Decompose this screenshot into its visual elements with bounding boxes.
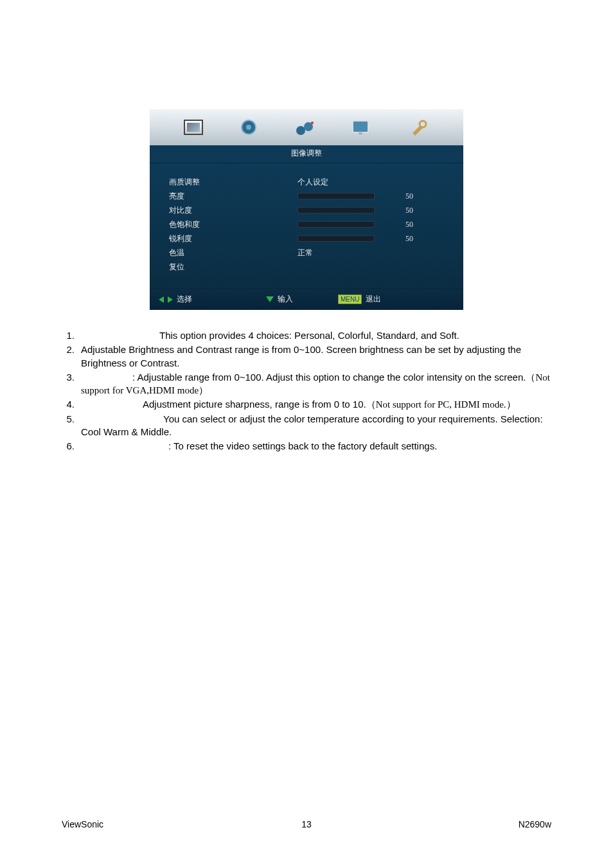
tab-setup-icon[interactable]: [294, 116, 316, 138]
sharpness-value: 50: [405, 234, 413, 244]
osd-panel: 图像调整 画质调整 亮度 对比度 色饱和度 锐利度 色温 复位 个人设定 50 …: [150, 109, 463, 310]
tab-screen-icon[interactable]: [351, 116, 373, 138]
svg-rect-6: [359, 132, 362, 134]
description-list: 1. This option provides 4 choices: Perso…: [62, 329, 551, 453]
brightness-slider[interactable]: [298, 193, 375, 199]
list-text-6: : To reset the video settings back to th…: [81, 440, 551, 453]
list-number: 2.: [62, 343, 81, 370]
svg-point-1: [246, 125, 251, 130]
menu-badge: MENU: [338, 294, 362, 304]
tab-audio-icon[interactable]: [238, 116, 260, 138]
osd-label-saturation[interactable]: 色饱和度: [169, 217, 298, 231]
list-number: 4.: [62, 398, 81, 411]
footer-enter: 输入: [266, 294, 293, 305]
osd-label-contrast[interactable]: 对比度: [169, 203, 298, 217]
list-number: 5.: [62, 413, 81, 439]
osd-title: 图像调整: [150, 145, 463, 163]
arrow-down-icon: [266, 296, 274, 302]
footer-exit: MENU 退出: [338, 294, 381, 305]
saturation-value: 50: [405, 220, 413, 230]
list-text-4: Adjustment picture sharpness, range is f…: [81, 398, 551, 411]
tab-picture-icon[interactable]: [184, 120, 203, 135]
svg-rect-5: [353, 121, 368, 132]
page-number: 13: [62, 819, 551, 829]
list-number: 1.: [62, 329, 81, 342]
list-text-5: You can select or adjust the color tempe…: [81, 413, 551, 439]
arrow-right-icon: [168, 296, 173, 303]
svg-point-2: [296, 126, 305, 135]
list-text-3: : Adjustable range from 0~100. Adjust th…: [81, 371, 551, 397]
osd-label-reset[interactable]: 复位: [169, 260, 298, 274]
osd-value-picture-mode: 个人设定: [298, 175, 447, 189]
sharpness-slider[interactable]: [298, 235, 375, 242]
list-number: 3.: [62, 371, 81, 397]
osd-tab-bar: [150, 109, 463, 145]
svg-point-7: [420, 121, 426, 127]
list-text-2: Adjustable Brightness and Contrast range…: [81, 343, 551, 370]
arrow-left-icon: [159, 296, 164, 303]
osd-label-color-temp[interactable]: 色温: [169, 246, 298, 260]
brightness-value: 50: [405, 192, 413, 201]
tab-tools-icon[interactable]: [407, 116, 429, 138]
osd-label-brightness[interactable]: 亮度: [169, 189, 298, 203]
contrast-slider[interactable]: [298, 207, 375, 213]
osd-label-picture-mode[interactable]: 画质调整: [169, 175, 298, 189]
contrast-value: 50: [405, 206, 413, 215]
footer-select: 选择: [159, 294, 192, 305]
saturation-slider[interactable]: [298, 221, 375, 228]
osd-value-color-temp: 正常: [298, 246, 447, 260]
list-number: 6.: [62, 440, 81, 453]
list-text-1: This option provides 4 choices: Personal…: [81, 329, 551, 342]
osd-label-sharpness[interactable]: 锐利度: [169, 231, 298, 246]
svg-point-4: [311, 122, 314, 124]
